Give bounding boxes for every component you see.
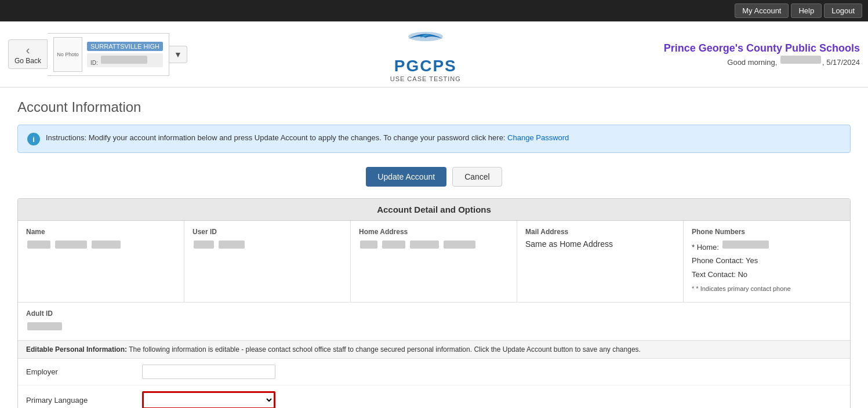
change-password-link[interactable]: Change Password xyxy=(507,133,569,142)
header-right: Prince George's County Public Schools Go… xyxy=(664,42,860,67)
editable-notice-bold: Editable Personal Information: xyxy=(26,345,127,354)
name-cell: Name xyxy=(18,221,184,302)
go-back-button[interactable]: ‹ Go Back xyxy=(8,39,48,69)
go-back-label: Go Back xyxy=(14,57,41,65)
mail-address-value: Same as Home Address xyxy=(525,239,675,249)
page-content: Account Information i Instructions: Modi… xyxy=(0,88,868,408)
page-title: Account Information xyxy=(17,99,851,115)
user-id-cell: User ID xyxy=(184,221,351,302)
pgcps-logo: PGCPS USE CASE TESTING xyxy=(390,26,461,82)
update-account-button[interactable]: Update Account xyxy=(366,167,446,187)
help-button[interactable]: Help xyxy=(791,3,822,18)
fields-table: Employer Primary Language EnglishSpanish… xyxy=(18,359,850,408)
logo-subtitle: USE CASE TESTING xyxy=(390,75,461,82)
primary-language-select[interactable]: EnglishSpanishFrenchChineseOther xyxy=(142,391,275,408)
text-contact-row: Text Contact: No xyxy=(692,268,842,281)
user-id-value-blurred xyxy=(193,239,342,250)
header-logo: PGCPS USE CASE TESTING xyxy=(187,26,664,82)
username-blurred xyxy=(780,56,821,64)
primary-language-label: Primary Language xyxy=(18,385,134,408)
logo-svg xyxy=(391,26,460,55)
editable-notice-text: The following information is editable - … xyxy=(129,345,641,354)
info-box: i Instructions: Modify your account info… xyxy=(17,125,851,153)
info-text: Instructions: Modify your account inform… xyxy=(46,132,569,144)
mail-address-cell: Mail Address Same as Home Address xyxy=(517,221,684,302)
primary-language-input-cell: EnglishSpanishFrenchChineseOther xyxy=(134,385,850,408)
no-photo-label: No Photo xyxy=(57,52,79,57)
info-grid: Name User ID Home Address xyxy=(18,221,850,303)
home-phone-blurred xyxy=(722,241,769,249)
logo-text: PGCPS xyxy=(390,57,461,75)
info-icon: i xyxy=(27,133,40,145)
school-id: ID: xyxy=(87,53,163,67)
phone-numbers-label: Phone Numbers xyxy=(692,228,842,236)
phone-info: * Home: Phone Contact: Yes Text Contact:… xyxy=(692,239,842,295)
logout-button[interactable]: Logout xyxy=(824,3,862,18)
header: ‹ Go Back No Photo SURRATTSVILLE HIGH ID… xyxy=(0,21,868,88)
phone-numbers-cell: Phone Numbers * Home: Phone Contact: Yes… xyxy=(684,221,850,302)
home-address-cell: Home Address xyxy=(351,221,517,302)
home-address-label: Home Address xyxy=(359,228,509,236)
mail-address-label: Mail Address xyxy=(525,228,675,236)
employer-input-cell xyxy=(134,359,850,385)
adult-id-label: Adult ID xyxy=(26,309,842,318)
header-left: ‹ Go Back No Photo SURRATTSVILLE HIGH ID… xyxy=(8,33,187,76)
employer-input[interactable] xyxy=(142,365,275,379)
top-nav-bar: My Account Help Logout xyxy=(0,0,868,21)
school-dropdown-button[interactable]: ▼ xyxy=(169,46,187,63)
employer-label: Employer xyxy=(18,359,134,385)
cancel-button[interactable]: Cancel xyxy=(452,167,502,187)
school-info: SURRATTSVILLE HIGH ID: xyxy=(87,42,163,67)
account-panel: Account Detail and Options Name User ID xyxy=(17,198,851,408)
back-arrow-icon: ‹ xyxy=(26,43,30,57)
employer-row: Employer xyxy=(18,359,850,385)
id-value-blurred xyxy=(101,56,147,64)
primary-language-row: Primary Language EnglishSpanishFrenchChi… xyxy=(18,385,850,408)
account-panel-header: Account Detail and Options xyxy=(18,199,850,221)
adult-id-value-blurred xyxy=(27,322,62,330)
primary-contact-note: * * Indicates primary contact phone xyxy=(692,283,842,295)
my-account-button[interactable]: My Account xyxy=(735,3,789,18)
home-phone-label: * Home: xyxy=(692,243,719,252)
phone-contact-row: Phone Contact: Yes xyxy=(692,254,842,267)
name-label: Name xyxy=(26,228,176,236)
adult-id-row: Adult ID xyxy=(18,303,850,341)
school-card: No Photo SURRATTSVILLE HIGH ID: xyxy=(48,33,169,76)
no-photo-box: No Photo xyxy=(53,37,82,72)
school-name: SURRATTSVILLE HIGH xyxy=(87,42,163,51)
home-phone-row: * Home: xyxy=(692,239,842,254)
greeting-text: Good morning, , 5/17/2024 xyxy=(664,54,860,67)
editable-notice: Editable Personal Information: The follo… xyxy=(18,341,850,359)
home-address-value-blurred xyxy=(359,239,509,250)
user-id-label: User ID xyxy=(193,228,342,236)
name-value-blurred xyxy=(26,239,176,250)
action-buttons: Update Account Cancel xyxy=(17,167,851,187)
school-full-name: Prince George's County Public Schools xyxy=(664,42,860,54)
